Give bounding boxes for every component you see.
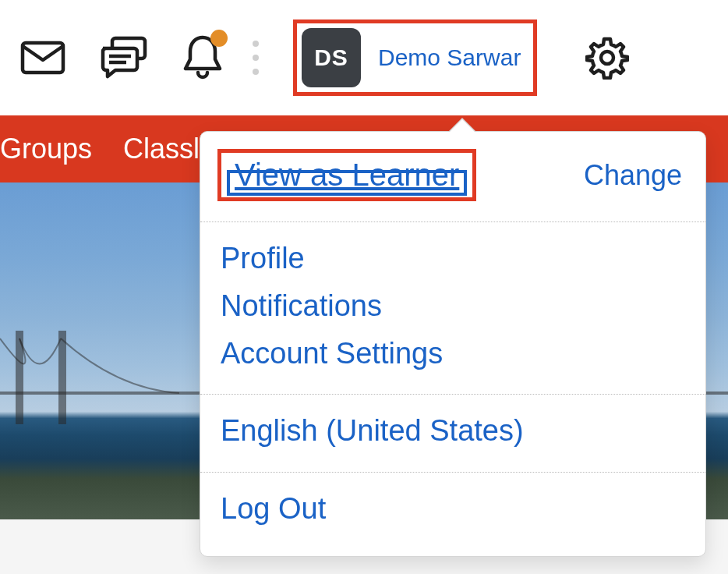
more-options-icon[interactable] (253, 41, 259, 75)
notifications-link[interactable]: Notifications (221, 282, 685, 330)
profile-link[interactable]: Profile (221, 235, 685, 282)
avatar: DS (302, 28, 361, 87)
account-settings-link[interactable]: Account Settings (221, 330, 685, 377)
messages-icon[interactable] (100, 36, 148, 80)
change-link[interactable]: Change (584, 159, 682, 192)
user-menu-button[interactable]: DS Demo Sarwar (293, 19, 537, 96)
user-name: Demo Sarwar (378, 44, 521, 71)
gear-icon[interactable] (585, 36, 629, 80)
topbar: DS Demo Sarwar (0, 0, 728, 115)
highlight-box: View as Learner (217, 149, 476, 201)
notifications-bell-icon[interactable] (182, 34, 223, 81)
dropdown-language-section: English (United States) (200, 395, 705, 473)
notification-badge (210, 30, 228, 47)
mail-icon[interactable] (20, 41, 65, 75)
language-link[interactable]: English (United States) (221, 407, 685, 455)
dropdown-logout-section: Log Out (200, 473, 705, 556)
dropdown-header-row: View as Learner Change (200, 132, 705, 222)
nav-item-classlist[interactable]: Classli (123, 133, 206, 165)
avatar-initials: DS (314, 44, 348, 71)
svg-point-4 (601, 51, 613, 64)
user-dropdown-menu: View as Learner Change Profile Notificat… (200, 131, 706, 557)
dropdown-account-section: Profile Notifications Account Settings (200, 222, 705, 395)
view-as-learner-link[interactable]: View as Learner (235, 158, 459, 192)
nav-item-groups[interactable]: Groups (0, 133, 92, 165)
logout-link[interactable]: Log Out (221, 485, 685, 533)
svg-rect-0 (23, 43, 63, 73)
